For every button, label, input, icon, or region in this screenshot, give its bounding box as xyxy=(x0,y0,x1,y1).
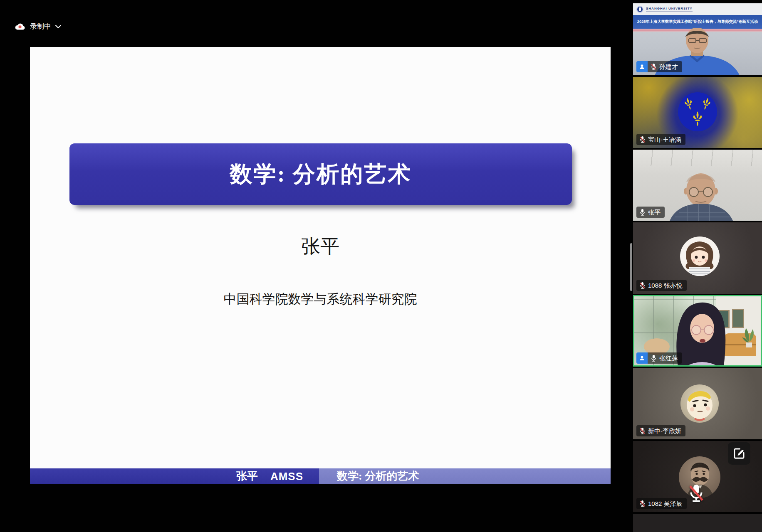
participant-name: 孙建才 xyxy=(659,64,678,70)
footer-presenter: 张平 xyxy=(236,471,258,482)
participant-label: 1082 吴泽辰 xyxy=(636,498,687,509)
annotate-pencil-button[interactable] xyxy=(728,442,750,465)
participant-label: 张平 xyxy=(636,207,665,218)
participant-name: 张平 xyxy=(648,209,661,215)
shared-slide: 数学: 分析的艺术 张平 中国科学院数学与系统科学研究院 张平 AMSS 数学:… xyxy=(30,47,611,483)
slide-footer-right: 数学: 分析的艺术 xyxy=(319,468,611,484)
mic-muted-icon xyxy=(639,136,646,143)
person-badge-icon xyxy=(636,352,648,364)
participant-label: 1088 张亦悦 xyxy=(636,280,687,291)
participant-tile-zhang-ping[interactable]: 张平 xyxy=(633,150,762,221)
participant-tile-zhang-honglian[interactable]: 张红莲 xyxy=(633,295,762,367)
slide-title: 数学: 分析的艺术 xyxy=(230,163,411,185)
participant-name: 张红莲 xyxy=(659,355,678,361)
slide-footer-left: 张平 AMSS xyxy=(30,468,319,484)
participant-label: 宝山-王语涵 xyxy=(636,134,685,145)
doll-avatar xyxy=(680,384,719,423)
participant-tile-zhang-yiyue[interactable]: 1088 张亦悦 xyxy=(633,222,762,294)
mic-muted-icon xyxy=(639,282,646,289)
footer-affiliation: AMSS xyxy=(270,471,303,482)
slide-institution: 中国科学院数学与系统科学研究院 xyxy=(30,290,611,309)
participant-name: 宝山-王语涵 xyxy=(648,136,681,143)
participant-tile-baoshan-wang-yuhan[interactable]: 宝山-王语涵 xyxy=(633,77,762,148)
mic-muted-icon xyxy=(639,427,646,434)
mic-on-icon xyxy=(639,209,646,216)
participant-label: 孙建才 xyxy=(636,61,682,72)
big-mic-muted-icon xyxy=(688,483,705,503)
participant-tile-li-xinyan[interactable]: 新中-李欣妍 xyxy=(633,368,762,439)
mic-muted-icon xyxy=(651,63,657,70)
participant-name: 1082 吴泽辰 xyxy=(648,500,683,507)
slide-footer: 张平 AMSS 数学: 分析的艺术 xyxy=(30,468,611,484)
person-badge-icon xyxy=(636,61,648,72)
recording-label: 录制中 xyxy=(30,22,51,31)
cartoon-girl-avatar xyxy=(680,236,720,276)
participants-scrollbar[interactable] xyxy=(630,243,632,291)
recording-indicator[interactable]: 录制中 xyxy=(14,22,61,31)
mic-muted-icon xyxy=(639,500,646,507)
fleur-de-lis-avatar xyxy=(678,92,717,131)
participant-name: 新中-李欣妍 xyxy=(648,428,681,434)
participant-tile-wu-zechen[interactable]: 1082 吴泽辰 xyxy=(633,441,762,512)
university-name: SHANGHAI UNIVERSITY xyxy=(646,7,693,12)
participant-tile-partial[interactable] xyxy=(633,514,762,532)
participant-label: 新中-李欣妍 xyxy=(636,425,685,436)
participant-tile-sun-jiancai[interactable]: SHANGHAI UNIVERSITY 2025年上海大学数学实践工作站“听院士… xyxy=(633,3,762,75)
mic-on-icon xyxy=(651,355,657,362)
footer-title: 数学: 分析的艺术 xyxy=(337,471,419,482)
chevron-down-icon[interactable] xyxy=(55,25,61,28)
slide-title-banner: 数学: 分析的艺术 xyxy=(69,143,572,205)
university-logo-icon xyxy=(636,6,643,13)
pencil-icon xyxy=(733,447,745,460)
meeting-window: 录制中 数学: 分析的艺术 张平 中国科学院数学与系统科学研究院 张平 AMSS… xyxy=(0,0,762,532)
cloud-recording-icon xyxy=(14,22,26,31)
participant-name: 1088 张亦悦 xyxy=(648,282,683,288)
event-banner: 2025年上海大学数学实践工作站“听院士报告，与导师交流”创新互活动 xyxy=(633,15,762,29)
participant-label: 张红莲 xyxy=(636,352,682,364)
slide-author: 张平 xyxy=(30,235,611,258)
